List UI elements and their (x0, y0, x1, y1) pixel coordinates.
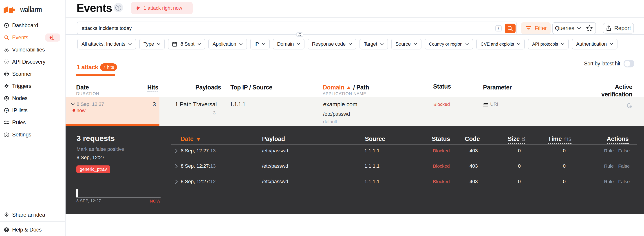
svg-text:IP: IP (6, 109, 8, 112)
